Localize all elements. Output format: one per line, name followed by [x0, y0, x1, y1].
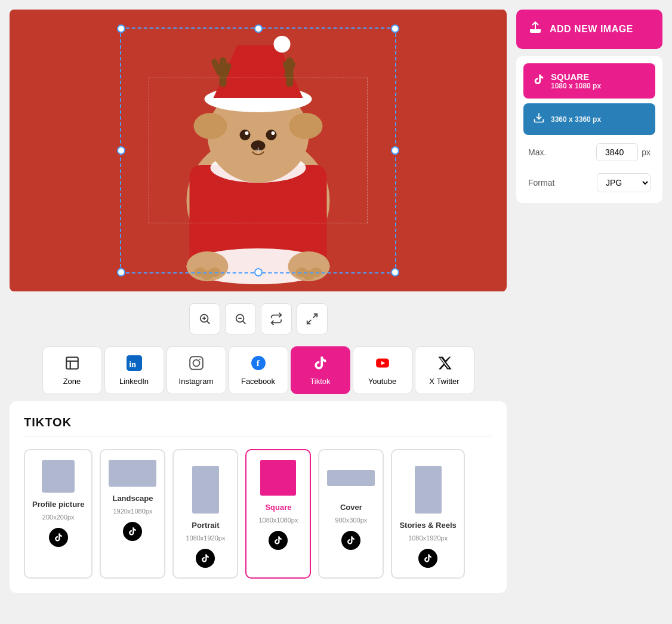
- format-card-square[interactable]: Square 1080x1080px: [245, 449, 311, 579]
- format-label: Format: [528, 178, 554, 187]
- tab-facebook[interactable]: f Facebook: [229, 346, 288, 394]
- svg-point-8: [289, 113, 323, 139]
- square-platform-icon: [269, 531, 288, 550]
- svg-line-38: [313, 314, 316, 318]
- add-image-label: ADD NEW IMAGE: [550, 24, 633, 35]
- landscape-platform-icon: [123, 522, 142, 541]
- landscape-size: 1920x1080px: [113, 508, 152, 515]
- tiktok-tab-label: Tiktok: [310, 377, 330, 386]
- svg-point-20: [245, 131, 249, 135]
- instagram-tab-label: Instagram: [179, 377, 214, 386]
- tab-tiktok[interactable]: Tiktok: [291, 346, 350, 394]
- profile-size: 200x200px: [42, 514, 75, 521]
- max-value-input[interactable]: [596, 143, 638, 161]
- svg-point-7: [194, 113, 227, 139]
- max-setting-row: Max. px: [523, 140, 655, 165]
- tiktok-icon: [313, 355, 328, 373]
- stories-size: 1080x1920px: [408, 534, 448, 542]
- profile-platform-icon: [49, 528, 68, 547]
- format-setting-row: Format JPG PNG WEBP: [523, 170, 655, 196]
- tab-youtube[interactable]: Youtube: [353, 346, 412, 394]
- youtube-tab-label: Youtube: [368, 377, 396, 386]
- download-format-button[interactable]: 3360 x 3360 px: [523, 103, 655, 135]
- cover-label: Cover: [340, 503, 362, 512]
- dog-illustration: [10, 10, 507, 291]
- download-format-text: 3360 x 3360 px: [551, 115, 601, 124]
- fullscreen-icon: [306, 312, 319, 325]
- profile-label: Profile picture: [32, 500, 84, 509]
- stories-platform-icon: [418, 549, 437, 568]
- tab-xtwitter[interactable]: X Twitter: [415, 346, 474, 394]
- svg-line-34: [207, 321, 209, 324]
- image-toolbar: [10, 299, 507, 339]
- square-format-size: 1080 x 1080 px: [551, 82, 601, 90]
- portrait-label: Portrait: [192, 521, 219, 530]
- tab-linkedin[interactable]: in LinkedIn: [104, 346, 164, 394]
- format-card-portrait[interactable]: Portrait 1080x1920px: [172, 449, 238, 579]
- linkedin-tab-label: LinkedIn: [119, 377, 149, 386]
- add-new-image-button[interactable]: ADD NEW IMAGE: [516, 10, 662, 49]
- svg-point-44: [193, 359, 199, 366]
- social-tabs: Zone in LinkedIn: [10, 346, 507, 394]
- format-cards: Profile picture 200x200px Landscape 1920…: [24, 449, 492, 579]
- stories-preview: [415, 460, 442, 514]
- xtwitter-icon: [437, 355, 452, 373]
- svg-point-17: [274, 36, 291, 53]
- tab-instagram[interactable]: Instagram: [167, 346, 226, 394]
- tiktok-btn-icon: [533, 73, 545, 88]
- portrait-size: 1080x1920px: [186, 534, 225, 542]
- format-card-landscape[interactable]: Landscape 1920x1080px: [100, 449, 165, 579]
- flip-icon: [270, 312, 283, 325]
- svg-point-45: [199, 358, 200, 359]
- cover-preview: [327, 460, 375, 496]
- landscape-label: Landscape: [112, 494, 153, 503]
- square-label: Square: [265, 503, 291, 512]
- zone-icon: [64, 355, 80, 373]
- facebook-tab-label: Facebook: [241, 377, 275, 386]
- square-preview: [260, 460, 296, 496]
- zoom-in-icon: [198, 312, 211, 325]
- tiktok-section: TIKTOK Profile picture 200x200px: [10, 401, 507, 593]
- square-shape: [260, 460, 296, 496]
- left-panel: +: [10, 10, 507, 593]
- stories-shape: [415, 466, 442, 514]
- svg-point-30: [310, 268, 322, 277]
- linkedin-icon: in: [127, 355, 142, 373]
- zoom-out-icon: [234, 312, 247, 325]
- zone-tab-label: Zone: [63, 377, 81, 386]
- max-label: Max.: [528, 147, 546, 157]
- zoom-in-button[interactable]: [189, 303, 220, 334]
- xtwitter-tab-label: X Twitter: [429, 377, 459, 386]
- format-card-stories[interactable]: Stories & Reels 1080x1920px: [391, 449, 464, 579]
- tiktok-section-title: TIKTOK: [24, 416, 492, 437]
- format-select[interactable]: JPG PNG WEBP: [597, 173, 651, 192]
- max-input-group: px: [596, 143, 651, 161]
- portrait-platform-icon: [196, 549, 215, 568]
- fullscreen-button[interactable]: [297, 303, 328, 334]
- svg-point-22: [251, 140, 266, 151]
- tab-zone[interactable]: Zone: [42, 346, 102, 394]
- format-card-cover[interactable]: Cover 900x300px: [318, 449, 384, 579]
- svg-point-19: [266, 130, 277, 140]
- profile-preview: [42, 460, 75, 493]
- square-format-name: SQUARE: [551, 72, 601, 82]
- square-format-text: SQUARE 1080 x 1080 px: [551, 72, 601, 90]
- zoom-out-button[interactable]: [225, 303, 256, 334]
- svg-rect-43: [190, 356, 203, 370]
- svg-rect-40: [66, 357, 78, 369]
- stories-label: Stories & Reels: [399, 521, 456, 530]
- svg-point-21: [272, 131, 275, 135]
- image-canvas: +: [10, 10, 507, 291]
- square-format-button[interactable]: SQUARE 1080 x 1080 px: [523, 63, 655, 99]
- youtube-icon: [375, 355, 390, 373]
- flip-button[interactable]: [261, 303, 292, 334]
- format-card-profile[interactable]: Profile picture 200x200px: [24, 449, 93, 579]
- svg-point-27: [209, 268, 221, 277]
- upload-icon: [528, 20, 542, 38]
- landscape-preview: [109, 460, 156, 487]
- format-options-panel: SQUARE 1080 x 1080 px 3360 x 3360 px: [516, 56, 662, 203]
- landscape-shape: [109, 460, 156, 487]
- facebook-icon: f: [251, 355, 266, 373]
- svg-text:in: in: [129, 359, 136, 368]
- download-btn-icon: [533, 112, 545, 127]
